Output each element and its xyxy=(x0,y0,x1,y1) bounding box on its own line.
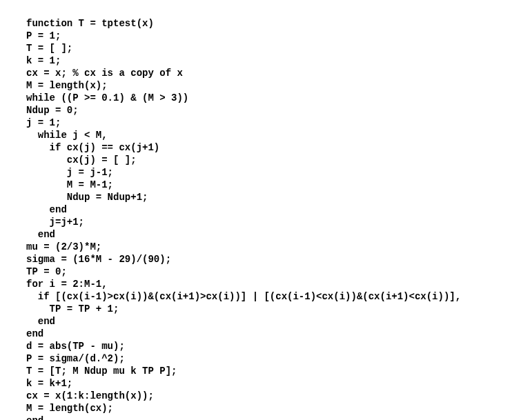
code-listing: function T = tptest(x) P = 1; T = [ ]; k… xyxy=(0,0,530,420)
